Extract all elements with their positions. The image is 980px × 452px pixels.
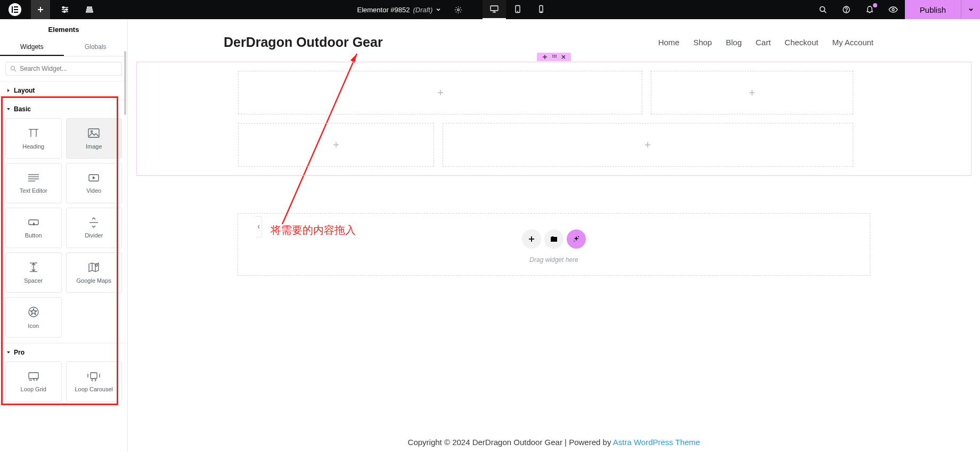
panel-scrollbar[interactable]	[124, 51, 126, 115]
section-1[interactable]	[136, 62, 971, 176]
site-settings-button[interactable]	[55, 0, 75, 19]
page-settings-button[interactable]	[448, 0, 468, 19]
widget-button-label: Button	[25, 232, 42, 239]
button-icon	[27, 217, 40, 228]
svg-rect-2	[14, 9, 18, 10]
device-tablet[interactable]	[506, 0, 529, 19]
section-handle[interactable]	[537, 53, 571, 61]
elementor-logo[interactable]	[9, 3, 21, 16]
svg-point-36	[91, 131, 93, 133]
column-r1-c2[interactable]	[651, 71, 853, 114]
svg-point-50	[95, 264, 97, 266]
page-name: Elementor #9852	[357, 6, 410, 14]
publish-options-button[interactable]	[961, 0, 980, 19]
topbar-center: Elementor #9852 (Draft)	[99, 0, 811, 19]
heading-icon	[27, 127, 40, 139]
nav-account[interactable]: My Account	[832, 38, 873, 47]
structure-button[interactable]	[80, 0, 99, 19]
widget-video[interactable]: Video	[66, 163, 123, 203]
section-close-icon[interactable]	[561, 55, 566, 59]
widget-button[interactable]: Button	[5, 208, 62, 248]
tab-widgets[interactable]: Widgets	[0, 39, 64, 56]
widget-heading[interactable]: Heading	[5, 118, 62, 159]
widget-loop-grid-label: Loop Grid	[21, 386, 46, 392]
widget-loop-grid[interactable]: Loop Grid	[5, 361, 62, 402]
site-header: DerDragon Outdoor Gear Home Shop Blog Ca…	[128, 29, 980, 55]
column-r2-c2[interactable]	[443, 123, 853, 167]
responsive-devices	[483, 0, 553, 19]
widget-spacer-label: Spacer	[24, 277, 43, 284]
add-section-button[interactable]	[522, 229, 541, 249]
category-layout-label: Layout	[14, 87, 35, 94]
nav-shop[interactable]: Shop	[693, 38, 712, 47]
preview-button[interactable]	[881, 0, 905, 19]
page-name-dropdown[interactable]: Elementor #9852 (Draft)	[357, 6, 441, 14]
panel-title: Elements	[0, 19, 127, 39]
svg-rect-16	[491, 6, 498, 11]
map-icon	[87, 261, 100, 273]
widget-loop-carousel[interactable]: Loop Carousel	[66, 361, 123, 402]
caret-down-icon	[6, 350, 11, 355]
footer-text: Copyright © 2024 DerDragon Outdoor Gear …	[408, 438, 613, 447]
help-button[interactable]	[835, 0, 858, 19]
drop-area[interactable]: Drag widget here	[238, 213, 870, 276]
whats-new-button[interactable]	[858, 0, 881, 19]
collapse-panel-handle[interactable]	[256, 216, 262, 237]
category-basic[interactable]: Basic	[0, 100, 127, 118]
text-editor-icon	[27, 172, 40, 183]
widget-google-maps-label: Google Maps	[77, 277, 111, 284]
site-footer: Copyright © 2024 DerDragon Outdoor Gear …	[128, 438, 980, 447]
widget-image[interactable]: Image	[66, 118, 123, 159]
star-icon	[27, 306, 40, 318]
panel-tabs: Widgets Globals	[0, 39, 127, 56]
device-desktop[interactable]	[483, 0, 506, 19]
loop-carousel-icon	[86, 371, 101, 382]
nav-blog[interactable]: Blog	[726, 38, 742, 47]
nav-home[interactable]: Home	[658, 38, 680, 47]
section-drag-icon[interactable]	[552, 54, 557, 60]
column-r2-c1[interactable]	[238, 123, 434, 167]
tab-globals[interactable]: Globals	[64, 39, 128, 56]
search-widget-box[interactable]	[5, 62, 122, 76]
template-library-button[interactable]	[544, 229, 564, 249]
search-input[interactable]	[20, 65, 117, 72]
publish-button[interactable]: Publish	[905, 0, 961, 19]
device-mobile[interactable]	[529, 0, 553, 19]
svg-point-65	[556, 55, 557, 56]
topbar: Elementor #9852 (Draft)	[0, 0, 980, 19]
nav-cart[interactable]: Cart	[756, 38, 771, 47]
widget-icon[interactable]: Icon	[5, 297, 62, 338]
svg-rect-3	[14, 12, 18, 13]
caret-down-icon	[6, 107, 11, 111]
widget-google-maps[interactable]: Google Maps	[66, 252, 123, 293]
ai-button[interactable]	[567, 229, 586, 249]
category-pro[interactable]: Pro	[0, 343, 127, 361]
video-icon	[87, 172, 101, 183]
topbar-right: Publish	[811, 0, 980, 19]
svg-point-83	[574, 241, 575, 242]
widget-spacer[interactable]: Spacer	[5, 252, 62, 293]
drop-text: Drag widget here	[238, 256, 870, 264]
svg-point-28	[11, 67, 15, 70]
widget-divider[interactable]: Divider	[66, 208, 123, 248]
svg-point-63	[552, 55, 553, 56]
column-r1-c1[interactable]	[238, 71, 642, 114]
svg-marker-42	[93, 176, 95, 179]
section-add-icon[interactable]	[542, 54, 548, 60]
svg-rect-54	[29, 373, 38, 379]
nav-checkout[interactable]: Checkout	[785, 38, 818, 47]
widget-image-label: Image	[86, 143, 102, 150]
divider-icon	[88, 217, 100, 228]
site-nav: Home Shop Blog Cart Checkout My Account	[658, 38, 873, 47]
widget-text-editor[interactable]: Text Editor	[5, 163, 62, 203]
svg-marker-31	[7, 108, 10, 110]
image-icon	[87, 127, 101, 139]
spacer-icon	[28, 261, 39, 273]
category-layout[interactable]: Layout	[0, 81, 127, 100]
chevron-down-icon	[436, 7, 441, 12]
widget-icon-label: Icon	[28, 323, 39, 329]
svg-point-68	[556, 56, 557, 57]
add-element-button[interactable]	[31, 0, 50, 19]
footer-theme-link[interactable]: Astra WordPress Theme	[613, 438, 700, 447]
finder-button[interactable]	[811, 0, 835, 19]
